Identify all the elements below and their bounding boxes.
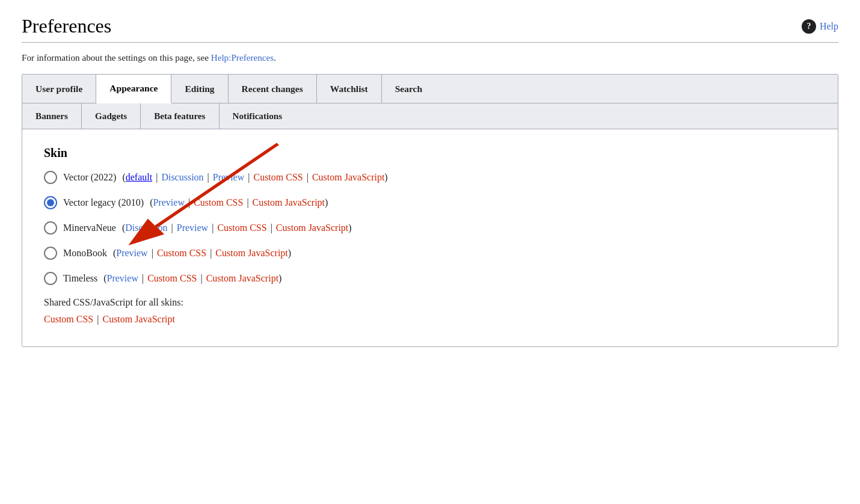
tab-notifications[interactable]: Notifications	[220, 103, 296, 129]
radio-monobook[interactable]	[44, 247, 57, 260]
separator: |	[304, 172, 311, 182]
skin-links-timeless: (Preview | Custom CSS | Custom JavaScrip…	[103, 273, 281, 284]
skin-label-vector: Vector (2022)	[63, 172, 116, 183]
skin-link-timeless-preview[interactable]: Preview	[107, 273, 138, 283]
page-header: Preferences ? Help	[22, 14, 838, 37]
help-icon: ?	[802, 19, 816, 34]
skin-option-timeless: Timeless (Preview | Custom CSS | Custom …	[44, 272, 816, 285]
page-title: Preferences	[22, 14, 111, 37]
tab-editing[interactable]: Editing	[171, 75, 228, 103]
help-link[interactable]: ? Help	[802, 19, 838, 34]
radio-vector-legacy[interactable]	[44, 196, 57, 209]
skin-links-monobook: (Preview | Custom CSS | Custom JavaScrip…	[113, 248, 291, 259]
skin-link-vector-default[interactable]: default	[126, 172, 152, 182]
skin-option-vector-legacy: Vector legacy (2010) (Preview | Custom C…	[44, 196, 816, 209]
tabs-row-primary: User profileAppearanceEditingRecent chan…	[22, 75, 838, 103]
help-preferences-link[interactable]: Help:Preferences	[211, 52, 274, 63]
shared-links: Custom CSS | Custom JavaScript	[44, 314, 816, 325]
help-label: Help	[820, 21, 838, 32]
tabs-row-secondary: BannersGadgetsBeta featuresNotifications	[22, 103, 838, 129]
skin-link-vector-custom-javascript[interactable]: Custom JavaScript	[312, 172, 384, 182]
arrow-annotation	[22, 129, 838, 361]
info-paragraph: For information about the settings on th…	[22, 52, 838, 63]
separator: |	[153, 172, 160, 182]
skin-link-vector-custom-css[interactable]: Custom CSS	[253, 172, 303, 182]
tab-content: SkinVector (2022) (default | Discussion …	[22, 129, 838, 346]
tabs-container: User profileAppearanceEditingRecent chan…	[22, 74, 838, 347]
separator: |	[244, 197, 251, 207]
separator: |	[186, 197, 192, 207]
tab-gadgets[interactable]: Gadgets	[82, 103, 141, 129]
skin-option-minerva: MinervaNeue (Discussion | Preview | Cust…	[44, 221, 816, 235]
skin-links-minerva: (Discussion | Preview | Custom CSS | Cus…	[122, 223, 352, 233]
skin-link-vector-legacy-custom-javascript[interactable]: Custom JavaScript	[253, 197, 325, 207]
tab-watchlist[interactable]: Watchlist	[317, 75, 382, 103]
separator: |	[140, 273, 146, 283]
skin-link-timeless-custom-css[interactable]: Custom CSS	[147, 273, 197, 283]
separator: |	[198, 273, 204, 283]
tab-user-profile[interactable]: User profile	[22, 75, 96, 103]
skin-link-minerva-discussion[interactable]: Discussion	[125, 223, 167, 233]
skin-links-vector: (default | Discussion | Preview | Custom…	[122, 172, 387, 183]
skin-label-vector-legacy: Vector legacy (2010)	[63, 197, 144, 208]
skin-link-monobook-custom-css[interactable]: Custom CSS	[157, 248, 206, 258]
skin-label-timeless: Timeless	[63, 273, 97, 284]
skin-link-minerva-custom-css[interactable]: Custom CSS	[217, 223, 266, 233]
shared-link-custom-javascript[interactable]: Custom JavaScript	[102, 314, 174, 324]
skin-link-timeless-custom-javascript[interactable]: Custom JavaScript	[206, 273, 278, 283]
radio-timeless[interactable]	[44, 272, 57, 285]
skin-link-minerva-custom-javascript[interactable]: Custom JavaScript	[276, 223, 348, 233]
skin-section-title: Skin	[44, 146, 816, 160]
skin-option-vector: Vector (2022) (default | Discussion | Pr…	[44, 171, 816, 184]
tab-recent-changes[interactable]: Recent changes	[229, 75, 317, 103]
tab-beta-features[interactable]: Beta features	[141, 103, 219, 129]
radio-minerva[interactable]	[44, 221, 57, 235]
separator: |	[94, 314, 101, 324]
shared-section: Shared CSS/JavaScript for all skins:Cust…	[44, 297, 816, 325]
skin-links-vector-legacy: (Preview | Custom CSS | Custom JavaScrip…	[150, 197, 328, 208]
header-divider	[22, 42, 838, 43]
separator: |	[149, 248, 156, 258]
skin-link-vector-discussion[interactable]: Discussion	[161, 172, 203, 182]
tab-search[interactable]: Search	[382, 75, 435, 103]
separator: |	[209, 223, 216, 233]
skin-link-vector-legacy-preview[interactable]: Preview	[153, 197, 185, 207]
shared-link-custom-css[interactable]: Custom CSS	[44, 314, 93, 324]
skin-link-monobook-custom-javascript[interactable]: Custom JavaScript	[215, 248, 287, 258]
separator: |	[169, 223, 176, 233]
skin-link-minerva-preview[interactable]: Preview	[177, 223, 208, 233]
shared-label: Shared CSS/JavaScript for all skins:	[44, 297, 816, 308]
skin-link-vector-legacy-custom-css[interactable]: Custom CSS	[194, 197, 243, 207]
separator: |	[207, 248, 214, 258]
separator: |	[205, 172, 212, 182]
skin-link-vector-preview[interactable]: Preview	[213, 172, 244, 182]
separator: |	[245, 172, 252, 182]
tab-banners[interactable]: Banners	[22, 103, 82, 129]
skin-option-monobook: MonoBook (Preview | Custom CSS | Custom …	[44, 247, 816, 260]
skin-label-minerva: MinervaNeue	[63, 223, 116, 233]
radio-vector[interactable]	[44, 171, 57, 184]
separator: |	[268, 223, 275, 233]
skin-link-monobook-preview[interactable]: Preview	[116, 248, 147, 258]
tab-appearance[interactable]: Appearance	[96, 75, 171, 103]
skin-label-monobook: MonoBook	[63, 248, 107, 259]
